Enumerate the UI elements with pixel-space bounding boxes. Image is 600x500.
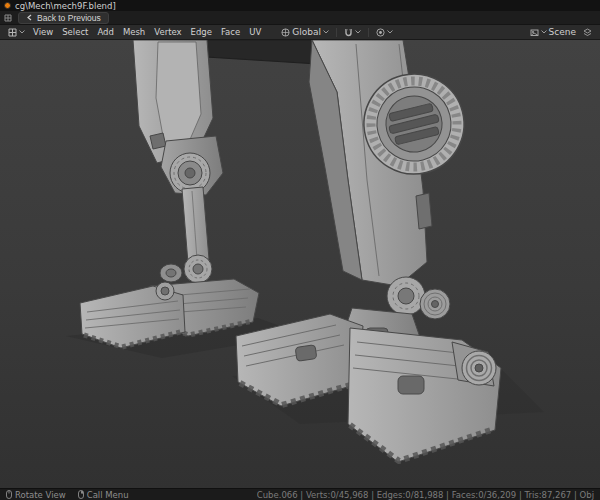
blender-window: cg\Mech\mech9F.blend] Back to Previous V… [0, 0, 600, 500]
keymap-rotate-hint: Rotate View [6, 490, 66, 500]
blender-logo-icon [4, 2, 11, 9]
menu-uv[interactable]: UV [245, 26, 265, 39]
scene-controls: Scene [527, 26, 595, 39]
orientation-globe-icon [281, 28, 290, 37]
mouse-left-icon [6, 490, 12, 499]
snap-toggle[interactable] [341, 26, 364, 39]
back-to-previous-button[interactable]: Back to Previous [18, 12, 109, 24]
menu-face[interactable]: Face [217, 26, 244, 39]
call-menu-label: Call Menu [87, 490, 129, 500]
chevron-down-icon [541, 30, 547, 34]
mouse-right-icon [78, 490, 84, 499]
back-to-previous-label: Back to Previous [37, 13, 101, 23]
topbar: Back to Previous [0, 11, 600, 25]
menu-vertex[interactable]: Vertex [150, 26, 185, 39]
scene-icon [530, 28, 539, 37]
chevron-down-icon [323, 30, 329, 34]
proportional-circles-icon [376, 28, 385, 37]
magnet-icon [344, 28, 353, 37]
keymap-menu-hint: Call Menu [78, 490, 129, 500]
menu-add[interactable]: Add [93, 26, 117, 39]
scene-statistics: Cube.066 | Verts:0/45,968 | Edges:0/81,9… [257, 490, 594, 500]
chevron-down-icon [387, 30, 393, 34]
scene-selector[interactable]: Scene [527, 26, 579, 39]
editor-corner-icon [4, 14, 12, 22]
window-titlebar: cg\Mech\mech9F.blend] [0, 0, 600, 11]
chevron-down-icon [19, 30, 25, 34]
menu-mesh[interactable]: Mesh [119, 26, 149, 39]
layers-icon [583, 28, 592, 37]
window-title: cg\Mech\mech9F.blend] [15, 1, 116, 11]
header-separator [336, 28, 337, 37]
orientation-dropdown[interactable]: Global [278, 26, 332, 39]
chevron-down-icon [355, 30, 361, 34]
scene-name-label: Scene [549, 27, 576, 37]
viewport-canvas[interactable] [0, 40, 600, 488]
back-arrow-icon [26, 14, 33, 21]
menu-view[interactable]: View [29, 26, 57, 39]
status-bar: Rotate View Call Menu Cube.066 | Verts:0… [0, 488, 600, 500]
proportional-edit-toggle[interactable] [373, 26, 396, 39]
viewport-header: View Select Add Mesh Vertex Edge Face UV… [0, 25, 600, 40]
editor-type-icon [8, 28, 17, 37]
view-layer-button[interactable] [580, 26, 595, 39]
menu-edge[interactable]: Edge [187, 26, 216, 39]
viewport-3d[interactable] [0, 40, 600, 488]
menu-select[interactable]: Select [58, 26, 92, 39]
editor-type-button[interactable] [5, 26, 28, 39]
header-menus: View Select Add Mesh Vertex Edge Face UV [29, 26, 265, 39]
rotate-view-label: Rotate View [15, 490, 66, 500]
header-separator [368, 28, 369, 37]
orientation-label: Global [292, 27, 321, 37]
transform-controls: Global [278, 26, 396, 39]
